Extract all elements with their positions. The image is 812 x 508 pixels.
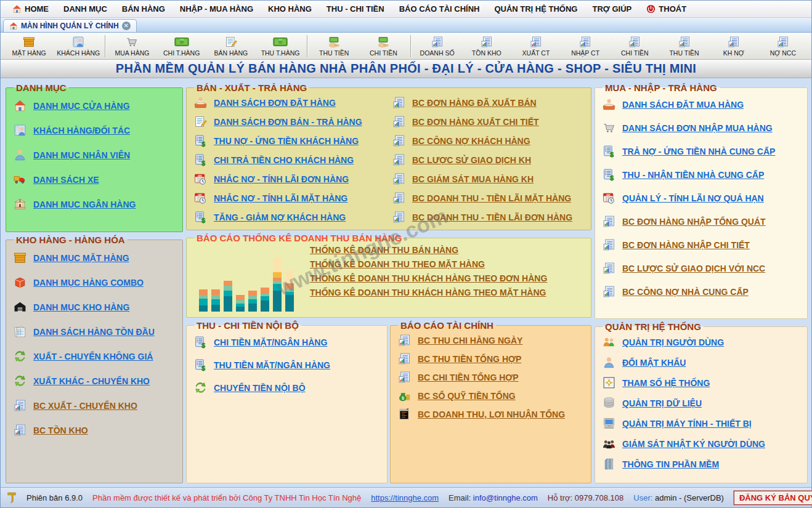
panel-link-danh-sach-hang-ton-dau[interactable]: DANH SÁCH HÀNG TỒN ĐẦU [12,325,177,338]
link-label[interactable]: BC GIÁM SÁT MUA HÀNG KH [412,174,534,184]
link-label[interactable]: CHUYỂN TIỀN NỘI BỘ [214,383,306,393]
panel-link-bc-luoc-su-giao-dich-voi-ncc[interactable]: BC LƯỢC SỬ GIAO DỊCH VỚI NCC [601,262,802,275]
link-label[interactable]: DANH SÁCH ĐƠN ĐẶT HÀNG [214,98,336,108]
link-label[interactable]: XUẤT - CHUYỂN KHÔNG GIÁ [33,352,153,361]
panel-link-thong-ke-doanh-thu-theo-mat-hang[interactable]: THỐNG KÊ DOANH THU THEO MẶT HÀNG [310,259,586,269]
panel-link-danh-sach-xe[interactable]: DANH SÁCH XE [12,173,177,186]
link-label[interactable]: THỐNG KÊ DOANH THU THEO MẶT HÀNG [310,259,485,269]
panel-link-chi-tien-mat-ngan-hang[interactable]: $CHI TIỀN MẶT/NGÂN HÀNG [193,336,382,349]
close-icon[interactable]: ✕ [122,22,131,30]
link-label[interactable]: BC TỒN KHO [33,425,88,435]
panel-link-quan-ly-tinh-lai-no-qua-han[interactable]: JANQUẢN LÝ - TÍNH LÃI NỢ QUÁ HẠN [601,192,802,204]
panel-link-giam-sat-nhat-ky-nguoi-dung[interactable]: GIÁM SÁT NHẬT KÝ NGƯỜI DÙNG [601,437,802,450]
link-label[interactable]: ĐỔI MẬT KHẨU [622,358,686,368]
panel-link-danh-muc-hang-combo[interactable]: DANH MỤC HÀNG COMBO [12,276,177,289]
link-label[interactable]: DANH SÁCH ĐƠN NHẬP MUA HÀNG [622,123,773,133]
panel-link-bc-cong-no-khach-hang[interactable]: BC CÔNG NỢ KHÁCH HÀNG [391,134,586,147]
panel-link-thu-no-ung-tien-khach-hang[interactable]: $THU NỢ - ỨNG TIỀN KHÁCH HÀNG [193,134,388,147]
link-label[interactable]: DANH MỤC KHO HÀNG [33,302,129,312]
link-label[interactable]: BC LƯỢC SỬ GIAO DỊCH KH [412,155,531,165]
toolbar-button-kh-no-14[interactable]: KH NỢ [709,34,758,58]
link-label[interactable]: DANH SÁCH XE [33,175,99,185]
panel-link-thong-tin-phan-mem[interactable]: THÔNG TIN PHẦN MỀM [601,458,802,470]
panel-link-thong-ke-doanh-thu-khach-hang-theo-mat-hang[interactable]: THỐNG KÊ DOANH THU KHÁCH HÀNG THEO MẶT H… [310,288,586,297]
link-label[interactable]: DANH SÁCH ĐẶT MUA HÀNG [622,100,744,110]
link-label[interactable]: THU - NHẬN TIỀN NHÀ CUNG CẤP [622,170,764,180]
link-label[interactable]: CHI TIỀN MẶT/NGÂN HÀNG [214,337,327,347]
toolbar-button-ton-kho-9[interactable]: TỒN KHO [462,34,511,58]
panel-link-bc-cong-no-nha-cung-cap[interactable]: BC CÔNG NỢ NHÀ CUNG CẤP [601,285,802,298]
link-label[interactable]: BC DOANH THU - TIỀN LÃI ĐƠN HÀNG [412,212,572,222]
link-label[interactable]: XUẤT KHÁC - CHUYỂN KHO [33,376,150,386]
link-label[interactable]: THU NỢ - ỨNG TIỀN KHÁCH HÀNG [214,136,359,146]
menu-item-home[interactable]: HOME [6,2,55,15]
menu-item-danh-muc[interactable]: DANH MỤC [57,2,114,15]
panel-link-bc-thu-chi-hang-ngay[interactable]: BC THU CHI HẰNG NGÀY [397,334,586,347]
panel-link-chuyen-tien-noi-bo[interactable]: CHUYỂN TIỀN NỘI BỘ [193,381,382,394]
toolbar-button-no-ncc-15[interactable]: NỢ NCC [758,34,808,58]
panel-link-thu-nhan-tien-nha-cung-cap[interactable]: $THU - NHẬN TIỀN NHÀ CUNG CẤP [601,168,802,181]
toolbar-button-doanh-so-8[interactable]: DOANH SỐ [413,34,462,58]
panel-link-xuat-khac-chuyen-kho[interactable]: XUẤT KHÁC - CHUYỂN KHO [12,374,177,387]
link-label[interactable]: DANH SÁCH ĐƠN BÁN - TRẢ HÀNG [214,117,362,127]
panel-link-danh-muc-kho-hang[interactable]: DANH MỤC KHO HÀNG [12,300,177,313]
panel-link-nhac-no-tinh-lai-don-hang[interactable]: JANNHẮC NỢ - TÍNH LÃI ĐƠN HÀNG [193,172,388,185]
panel-link-danh-muc-nhan-vien[interactable]: DANH MỤC NHÂN VIÊN [12,148,177,161]
toolbar-button-ban-hang-4[interactable]: BÁN HÀNG [206,34,256,58]
link-label[interactable]: BC SỔ QUỸ TIỀN TỔNG [418,391,516,401]
panel-link-quan-tri-nguoi-dung[interactable]: QUẢN TRỊ NGƯỜI DÙNG [601,336,802,349]
link-label[interactable]: THỐNG KÊ DOANH THU KHÁCH HÀNG THEO MẶT H… [310,288,546,297]
link-label[interactable]: BC ĐƠN HÀNG NHẬP TỔNG QUÁT [622,217,766,227]
link-label[interactable]: CHI TRẢ TIỀN CHO KHÁCH HÀNG [214,155,354,165]
panel-link-bc-xuat-chuyen-kho[interactable]: BC XUẤT - CHUYỂN KHO [12,399,177,412]
menu-item-tro-giup[interactable]: TRỢ GIÚP [585,2,638,15]
link-label[interactable]: BC ĐƠN HÀNG NHẬP CHI TIẾT [622,240,750,250]
panel-link-khach-hang-doi-tac[interactable]: KHÁCH HÀNG/ĐỐI TÁC [12,124,177,137]
panel-link-bc-doanh-thu-tien-lai-don-hang[interactable]: BC DOANH THU - TIỀN LÃI ĐƠN HÀNG [391,211,586,224]
link-label[interactable]: BC THU CHI HẰNG NGÀY [418,336,522,345]
panel-link-bc-giam-sat-mua-hang-kh[interactable]: BC GIÁM SÁT MUA HÀNG KH [391,172,586,185]
menu-item-nhap-mua-hang[interactable]: NHẬP - MUA HÀNG [173,2,260,15]
toolbar-button-xuat-ct-10[interactable]: XUẤT CT [511,34,561,58]
link-label[interactable]: BC DOANH THU, LỢI NHUẬN TỔNG [418,409,565,419]
panel-link-nhac-no-tinh-lai-mat-hang[interactable]: JANNHẮC NỢ - TÍNH LÃI MẶT HÀNG [193,192,388,204]
link-label[interactable]: DANH MỤC NGÂN HÀNG [33,200,136,209]
toolbar-button-chi-tien-7[interactable]: CHI TIỀN [359,34,408,58]
toolbar-button-chi-tien-12[interactable]: CHI TIỀN [610,34,659,58]
link-label[interactable]: NHẮC NỢ - TÍNH LÃI MẶT HÀNG [214,193,347,203]
panel-link-bc-doanh-thu-loi-nhuan-tong[interactable]: BC DOANH THU, LỢI NHUẬN TỔNG [397,408,586,421]
panel-link-tang-giam-no-khach-hang[interactable]: $TĂNG - GIẢM NỢ KHÁCH HÀNG [193,211,388,224]
panel-link-bc-don-hang-nhap-chi-tiet[interactable]: BC ĐƠN HÀNG NHẬP CHI TIẾT [601,238,802,251]
panel-link-bc-chi-tien-tong-hop[interactable]: BC CHI TIỀN TỔNG HỢP [397,371,586,384]
panel-link-thong-ke-doanh-thu-ban-hang[interactable]: THỐNG KÊ DOANH THU BÁN HÀNG [310,245,586,255]
link-label[interactable]: QUẢN TRỊ DỮ LIỆU [622,398,702,408]
link-label[interactable]: QUẢN TRỊ MÁY TÍNH - THIẾT BỊ [622,419,752,429]
toolbar-button-nhap-ct-11[interactable]: NHẬP CT [561,34,610,58]
website-link[interactable]: https://tinnghe.com [371,493,439,502]
link-label[interactable]: QUẢN LÝ - TÍNH LÃI NỢ QUÁ HẠN [622,193,764,203]
link-label[interactable]: THAM SỐ HỆ THỐNG [622,378,710,388]
link-label[interactable]: DANH MỤC CỬA HÀNG [33,101,130,111]
link-label[interactable]: BC CHI TIỀN TỔNG HỢP [418,373,519,382]
toolbar-button-thu-t-hang-5[interactable]: 100THU T.HÀNG [256,34,305,58]
link-label[interactable]: THU TIỀN MẶT/NGÂN HÀNG [214,360,330,370]
link-label[interactable]: DANH MỤC NHÂN VIÊN [33,150,130,160]
link-label[interactable]: BC ĐƠN HÀNG XUẤT CHI TIẾT [412,117,539,127]
toolbar-button-thu-tien-13[interactable]: THU TIỀN [659,34,708,58]
panel-link-bc-don-hang-nhap-tong-quat[interactable]: BC ĐƠN HÀNG NHẬP TỔNG QUÁT [601,215,802,228]
panel-link-danh-sach-don-ban-tra-hang[interactable]: DANH SÁCH ĐƠN BÁN - TRẢ HÀNG [193,115,388,128]
link-label[interactable]: BC LƯỢC SỬ GIAO DỊCH VỚI NCC [622,264,765,273]
panel-link-quan-tri-may-tinh-thiet-bi[interactable]: QUẢN TRỊ MÁY TÍNH - THIẾT BỊ [601,417,802,430]
link-label[interactable]: TĂNG - GIẢM NỢ KHÁCH HÀNG [214,212,346,222]
link-label[interactable]: BC CÔNG NỢ KHÁCH HÀNG [412,136,530,146]
link-label[interactable]: BC DOANH THU - TIỀN LÃI MẶT HÀNG [412,193,571,203]
menu-item-kho-hang[interactable]: KHO HÀNG [261,2,319,15]
link-label[interactable]: THỐNG KÊ DOANH THU KHÁCH HÀNG THEO ĐƠN H… [310,273,547,283]
panel-link-xuat-chuyen-khong-gia[interactable]: XUẤT - CHUYỂN KHÔNG GIÁ [12,350,177,363]
menu-item-ban-hang[interactable]: BÁN HÀNG [115,2,172,15]
link-label[interactable]: BC THU TIỀN TỔNG HỢP [418,354,521,364]
toolbar-button-khach-hang-1[interactable]: KHÁCH HÀNG [54,34,103,58]
panel-link-danh-muc-ngan-hang[interactable]: $DANH MỤC NGÂN HÀNG [12,198,177,211]
menu-item-thu-chi-tien[interactable]: THU - CHI TIỀN [320,2,391,15]
panel-link-quan-tri-du-lieu[interactable]: QUẢN TRỊ DỮ LIỆU [601,397,802,409]
